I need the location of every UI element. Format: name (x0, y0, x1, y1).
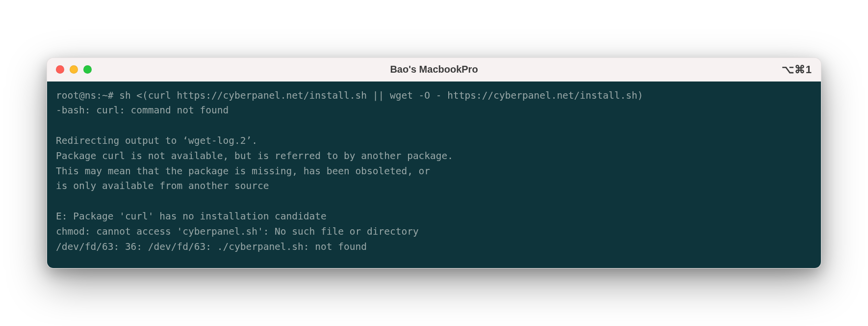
titlebar-shortcut: ⌥⌘1 (782, 63, 812, 76)
zoom-icon[interactable] (83, 65, 92, 74)
terminal-window: Bao's MacbookPro ⌥⌘1 root@ns:~# sh <(cur… (47, 57, 821, 269)
terminal-line: chmod: cannot access 'cyberpanel.sh': No… (56, 224, 812, 240)
terminal-line: is only available from another source (56, 179, 812, 194)
close-icon[interactable] (56, 65, 64, 74)
terminal-line: /dev/fd/63: 36: /dev/fd/63: ./cyberpanel… (56, 240, 812, 255)
terminal-line (56, 194, 812, 209)
terminal-line: Package curl is not available, but is re… (56, 149, 812, 164)
terminal-line (56, 118, 812, 134)
traffic-lights (56, 65, 92, 74)
window-title: Bao's MacbookPro (47, 64, 821, 75)
terminal-line: -bash: curl: command not found (56, 103, 812, 118)
terminal-line: Redirecting output to ‘wget-log.2’. (56, 134, 812, 149)
titlebar[interactable]: Bao's MacbookPro ⌥⌘1 (47, 58, 821, 82)
terminal-body[interactable]: root@ns:~# sh <(curl https://cyberpanel.… (47, 82, 821, 269)
terminal-line: E: Package 'curl' has no installation ca… (56, 209, 812, 224)
terminal-line: This may mean that the package is missin… (56, 164, 812, 179)
terminal-line: root@ns:~# sh <(curl https://cyberpanel.… (56, 88, 812, 104)
minimize-icon[interactable] (70, 65, 78, 74)
